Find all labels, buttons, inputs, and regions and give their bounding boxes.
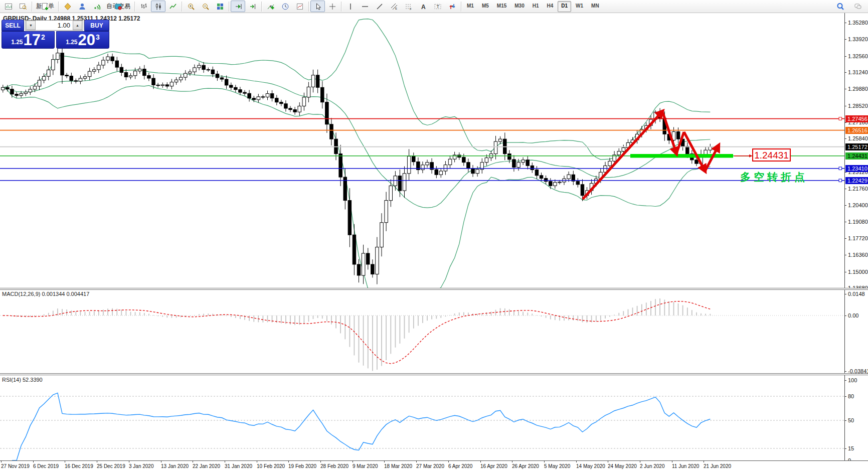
date-label: 22 Jan 2020 (193, 463, 220, 469)
volume-input[interactable]: ▼ 1.00 ▲ (25, 20, 83, 31)
timeframe-MN-button[interactable]: MN (588, 1, 603, 12)
toolbar-signals-button[interactable] (89, 1, 104, 12)
date-label: 16 Apr 2020 (480, 463, 507, 469)
buy-price-point: 3 (96, 33, 100, 41)
date-label: 11 Jun 2020 (672, 463, 699, 469)
timeframe-W1-button[interactable]: W1 (572, 1, 587, 12)
macd-tick-label: 0.0148 (848, 291, 865, 297)
toolbar-label-button[interactable]: T (430, 1, 445, 12)
date-tick (288, 461, 289, 462)
hline-handle[interactable] (839, 179, 842, 182)
toolbar-vline-button[interactable] (343, 1, 358, 12)
toolbar-market-button[interactable] (60, 1, 75, 12)
price-tick-label: 1.33920 (848, 36, 868, 42)
macd-canvas[interactable] (0, 290, 844, 374)
price-tick-label: 1.32560 (848, 53, 868, 59)
buy-button[interactable]: BUY (84, 20, 109, 31)
macd-tick (844, 371, 846, 372)
date-axis[interactable]: 27 Nov 20196 Dec 201916 Dec 201925 Dec 2… (0, 460, 868, 471)
scale-border (844, 13, 845, 460)
date-tick (448, 461, 449, 462)
toolbar-charts-window-button[interactable] (1, 1, 16, 12)
volume-value[interactable]: 1.00 (36, 22, 72, 29)
toolbar-separator (58, 2, 59, 12)
toolbar-zoom-in-button[interactable] (184, 1, 198, 12)
timeframe-H1-button[interactable]: H1 (529, 1, 543, 12)
timeframe-M30-button[interactable]: M30 (511, 1, 528, 12)
toolbar-cursor-button[interactable] (310, 1, 325, 12)
macd-main-value: 0.001344 (42, 291, 65, 297)
toolbar-hline-button[interactable] (358, 1, 372, 12)
signals-icon (93, 3, 101, 11)
toolbar-periods-button[interactable]: ▾ (278, 1, 292, 12)
toolbar-fibo-button[interactable]: F (401, 1, 416, 12)
toolbar-channel-button[interactable]: E (387, 1, 401, 12)
toolbar-chat-button[interactable] (850, 1, 865, 12)
date-tick (161, 461, 161, 462)
date-label: 26 Apr 2020 (512, 463, 539, 469)
date-tick (416, 461, 417, 462)
toolbar-templates-button[interactable]: ▾ (292, 1, 307, 12)
toolbar-search-button[interactable] (833, 1, 847, 12)
toolbar-crosshair-button[interactable] (325, 1, 339, 12)
toolbar-candle-chart-button[interactable] (151, 1, 165, 12)
price-badge-1.26516: 1.26516 (845, 127, 868, 134)
toolbar-tile-windows-button[interactable] (213, 1, 227, 12)
search-icon (836, 3, 844, 11)
hline-handle[interactable] (839, 167, 842, 170)
chat-icon (854, 3, 862, 11)
date-label: 2 Jun 2020 (640, 463, 665, 469)
date-label: 9 Mar 2020 (353, 463, 378, 469)
toolbar-profiles-button[interactable] (16, 1, 30, 12)
toolbar-separator (461, 2, 461, 12)
sell-price-pips: 17 (24, 33, 41, 47)
volume-decrease-button[interactable]: ▼ (26, 21, 36, 30)
sell-button[interactable]: SELL (2, 20, 24, 31)
bollinger-band-line (3, 85, 711, 289)
rsi-canvas[interactable] (0, 375, 844, 460)
toolbar-community-button[interactable] (75, 1, 89, 12)
toolbar-separator (182, 2, 182, 12)
date-tick (640, 461, 640, 462)
price-annotation-box[interactable]: 1.24431 (752, 148, 791, 162)
chinese-note-text[interactable]: 多空转折点 (740, 170, 808, 184)
support-highlight-line[interactable] (630, 154, 733, 158)
shapes-icon (448, 3, 456, 11)
hline-handle[interactable] (839, 117, 842, 120)
date-label: 19 Feb 2020 (288, 463, 316, 469)
timeframe-M5-button[interactable]: M5 (478, 1, 492, 12)
toolbar-autotrading-button[interactable]: 自动交易 (104, 1, 133, 12)
timeframe-M1-button[interactable]: M1 (463, 1, 477, 12)
toolbar-trendline-button[interactable] (372, 1, 387, 12)
date-label: 18 Mar 2020 (384, 463, 412, 469)
toolbar-chart-shift-button[interactable] (245, 1, 260, 12)
cursor-icon (314, 3, 322, 11)
rsi-line (12, 393, 710, 460)
volume-increase-button[interactable]: ▲ (73, 21, 82, 30)
candle-chart-icon (154, 3, 162, 11)
toolbar-autoscroll-button[interactable] (231, 1, 245, 12)
toolbar-zoom-out-button[interactable] (198, 1, 213, 12)
toolbar-shapes-button[interactable]: ▾ (445, 1, 459, 12)
toolbar-indicators-button[interactable]: ▾ (263, 1, 278, 12)
toolbar-bar-chart-button[interactable] (136, 1, 151, 12)
line-chart-icon (169, 3, 177, 11)
toolbar-new-order-button[interactable]: 新订单 (34, 1, 57, 12)
autotrading-icon (114, 3, 122, 11)
timeframe-D1-button[interactable]: D1 (558, 1, 571, 12)
rsi-tick (844, 380, 846, 381)
timeframe-M15-button[interactable]: M15 (493, 1, 510, 12)
sell-price-display[interactable]: 1.25 17 2 (2, 31, 55, 49)
market-icon (64, 3, 72, 11)
date-label: 21 Jun 2020 (704, 463, 731, 469)
main-chart-canvas[interactable] (0, 13, 844, 289)
price-tick-label: 1.31240 (848, 69, 868, 75)
toolbar-text-button[interactable]: A (416, 1, 430, 12)
date-tick (193, 461, 193, 462)
toolbar-separator (32, 2, 32, 12)
timeframe-H4-button[interactable]: H4 (544, 1, 557, 12)
date-tick (608, 461, 608, 462)
buy-price-display[interactable]: 1.25 20 3 (56, 31, 109, 49)
date-tick (512, 461, 512, 462)
toolbar-line-chart-button[interactable] (165, 1, 180, 12)
